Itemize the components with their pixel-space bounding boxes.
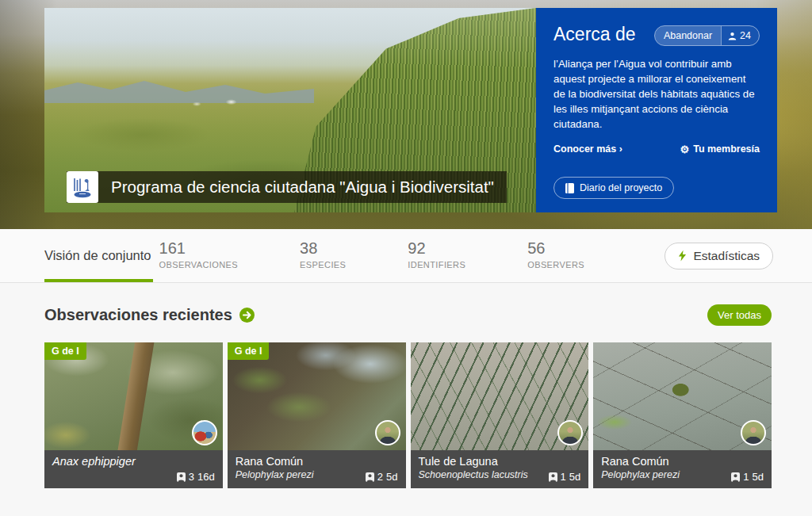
members-count-button[interactable]: 24 (721, 26, 759, 45)
learn-more-link[interactable]: Conocer más › (553, 143, 622, 155)
stat-identifiers[interactable]: 92 IDENTIFIERS (408, 229, 465, 282)
observer-avatar[interactable] (192, 420, 217, 445)
membership-label: Tu membresía (693, 143, 760, 155)
observation-footer: Anax ephippiger 3 16d (44, 450, 223, 488)
view-all-button[interactable]: Ver todas (707, 304, 772, 326)
observation-cards-row: G de I Anax ephippiger 3 16d G d (44, 342, 772, 488)
observation-footer: Rana Común Pelophylax perezi 2 5d (228, 450, 406, 488)
about-heading: Acerca de (553, 24, 636, 45)
recent-observations-section: Observaciones recientes Ver todas G de I… (0, 283, 812, 488)
observation-photo[interactable] (411, 342, 589, 450)
project-stats-bar: Visión de conjunto 161 OBSERVACIONES 38 … (0, 229, 812, 283)
id-count: 1 (561, 471, 566, 483)
stat-species-value: 38 (300, 239, 346, 257)
statistics-button-label: Estadísticas (693, 249, 760, 263)
identification-badge-icon (731, 472, 740, 482)
project-title: Programa de ciencia ciutadana "Aigua i B… (98, 171, 507, 203)
leave-project-button[interactable]: Abandonar 24 (654, 25, 760, 46)
recent-observations-heading: Observaciones recientes (44, 306, 232, 324)
identification-badge-icon (177, 472, 186, 482)
observation-card[interactable]: Rana Común Pelophylax perezi 1 5d (593, 342, 772, 488)
stat-observers-label: OBSERVERS (527, 260, 584, 269)
project-cover-photo: Programa de ciencia ciutadana "Aigua i B… (44, 8, 536, 212)
observation-age: 5d (386, 471, 397, 483)
stat-identifiers-label: IDENTIFIERS (408, 260, 465, 269)
stat-observations-label: OBSERVACIONES (159, 260, 239, 269)
stat-observations-value: 161 (159, 239, 239, 257)
membership-link[interactable]: ⚙ Tu membresía (680, 143, 760, 155)
stat-observations[interactable]: 161 OBSERVACIONES (159, 229, 239, 282)
observation-photo[interactable]: G de I (228, 342, 406, 450)
observation-age: 5d (753, 471, 764, 483)
observer-avatar[interactable] (741, 420, 766, 445)
stat-observers-value: 56 (527, 239, 584, 257)
lightning-bolt-icon (678, 250, 687, 262)
project-banner: Programa de ciencia ciutadana "Aigua i B… (0, 0, 812, 229)
project-title-strip: Programa de ciencia ciutadana "Aigua i B… (67, 171, 507, 203)
research-grade-badge: G de I (44, 342, 86, 360)
tab-overview[interactable]: Visión de conjunto (44, 229, 153, 282)
members-count: 24 (740, 30, 751, 41)
observer-avatar[interactable] (375, 420, 400, 445)
observer-avatar[interactable] (557, 420, 583, 445)
stat-species[interactable]: 38 ESPECIES (300, 229, 346, 282)
research-grade-badge: G de I (228, 342, 270, 360)
stat-identifiers-value: 92 (408, 239, 465, 257)
observation-age: 5d (569, 471, 580, 483)
observation-card[interactable]: G de I Rana Común Pelophylax perezi 2 5d (228, 342, 406, 488)
leave-project-label[interactable]: Abandonar (655, 26, 721, 45)
about-description: l’Aliança per l’Aigua vol contribuir amb… (553, 56, 760, 132)
observation-photo[interactable]: G de I (44, 342, 223, 450)
identification-badge-icon (366, 472, 374, 482)
observation-photo[interactable] (593, 342, 772, 450)
observation-card[interactable]: Tule de Laguna Schoenoplectus lacustris … (411, 342, 589, 488)
journal-icon (565, 183, 574, 193)
observation-footer: Tule de Laguna Schoenoplectus lacustris … (411, 450, 589, 488)
identification-badge-icon (549, 472, 557, 482)
id-count: 1 (743, 471, 749, 483)
observation-card[interactable]: G de I Anax ephippiger 3 16d (44, 342, 223, 488)
gear-icon: ⚙ (680, 144, 690, 155)
project-logo-icon (67, 171, 98, 203)
id-count: 3 (189, 471, 194, 483)
about-panel: Acerca de Abandonar 24 l’Aliança per l’A… (536, 8, 777, 212)
observation-taxon-name: Anax ephippiger (52, 455, 215, 468)
observation-taxon-name: Rana Común (601, 455, 764, 468)
statistics-button[interactable]: Estadísticas (665, 243, 773, 269)
person-icon (728, 32, 737, 40)
id-count: 2 (377, 471, 383, 483)
project-journal-button[interactable]: Diario del proyecto (553, 177, 674, 199)
observation-taxon-name: Rana Común (236, 455, 398, 468)
journal-button-label: Diario del proyecto (580, 182, 662, 193)
stat-species-label: ESPECIES (300, 260, 346, 269)
observation-age: 16d (197, 471, 215, 483)
observation-footer: Rana Común Pelophylax perezi 1 5d (593, 450, 772, 488)
banner-inner: Programa de ciencia ciutadana "Aigua i B… (44, 8, 777, 212)
observation-taxon-name: Tule de Laguna (419, 455, 581, 468)
arrow-circle-right-icon[interactable] (239, 308, 255, 323)
stat-observers[interactable]: 56 OBSERVERS (527, 229, 584, 282)
